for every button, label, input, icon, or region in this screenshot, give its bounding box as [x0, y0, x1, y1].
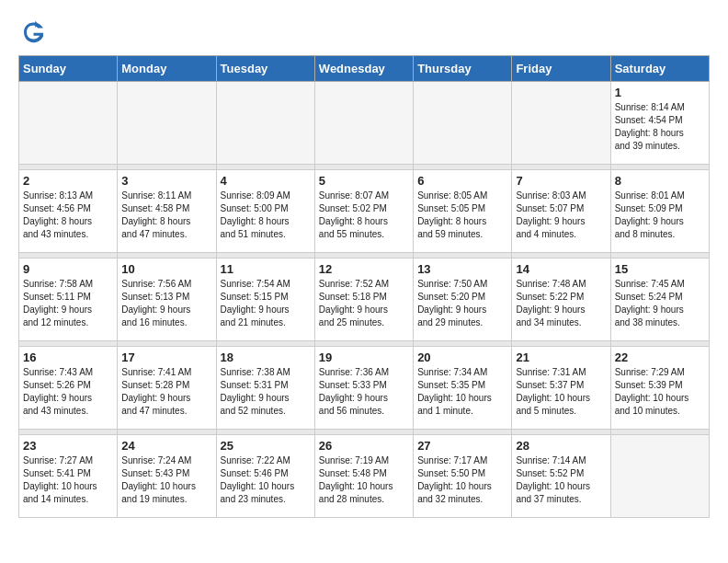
calendar-cell: 21Sunrise: 7:31 AM Sunset: 5:37 PM Dayli… [512, 347, 610, 430]
day-info: Sunrise: 7:36 AM Sunset: 5:33 PM Dayligh… [319, 366, 409, 418]
day-number: 21 [516, 350, 606, 364]
calendar-cell: 16Sunrise: 7:43 AM Sunset: 5:26 PM Dayli… [19, 347, 118, 430]
day-number: 18 [221, 350, 311, 364]
day-info: Sunrise: 7:22 AM Sunset: 5:46 PM Dayligh… [221, 454, 311, 506]
day-number: 19 [319, 350, 409, 364]
day-number: 28 [516, 439, 606, 453]
day-header: Thursday [414, 56, 512, 82]
day-info: Sunrise: 8:01 AM Sunset: 5:09 PM Dayligh… [615, 190, 705, 241]
calendar-cell: 2Sunrise: 8:13 AM Sunset: 4:56 PM Daylig… [19, 170, 118, 253]
day-info: Sunrise: 8:13 AM Sunset: 4:56 PM Dayligh… [23, 190, 113, 241]
day-number: 11 [221, 262, 311, 276]
day-number: 4 [221, 174, 311, 188]
calendar-cell: 1Sunrise: 8:14 AM Sunset: 4:54 PM Daylig… [610, 82, 709, 165]
day-info: Sunrise: 7:41 AM Sunset: 5:28 PM Dayligh… [121, 366, 211, 418]
calendar-cell: 3Sunrise: 8:11 AM Sunset: 4:58 PM Daylig… [118, 170, 216, 253]
day-info: Sunrise: 7:50 AM Sunset: 5:20 PM Dayligh… [417, 278, 507, 329]
day-info: Sunrise: 8:05 AM Sunset: 5:05 PM Dayligh… [417, 190, 507, 241]
calendar-cell: 28Sunrise: 7:14 AM Sunset: 5:52 PM Dayli… [512, 435, 610, 518]
day-info: Sunrise: 7:34 AM Sunset: 5:35 PM Dayligh… [417, 366, 507, 418]
calendar-cell: 26Sunrise: 7:19 AM Sunset: 5:48 PM Dayli… [314, 435, 413, 518]
day-number: 7 [516, 174, 606, 188]
day-number: 9 [23, 262, 113, 276]
calendar: SundayMondayTuesdayWednesdayThursdayFrid… [18, 55, 710, 518]
calendar-cell: 23Sunrise: 7:27 AM Sunset: 5:41 PM Dayli… [19, 435, 118, 518]
calendar-cell: 12Sunrise: 7:52 AM Sunset: 5:18 PM Dayli… [314, 259, 413, 341]
day-info: Sunrise: 7:56 AM Sunset: 5:13 PM Dayligh… [121, 278, 211, 329]
day-info: Sunrise: 7:14 AM Sunset: 5:52 PM Dayligh… [516, 454, 606, 506]
day-number: 17 [121, 350, 211, 364]
day-header: Monday [118, 56, 216, 82]
calendar-cell: 20Sunrise: 7:34 AM Sunset: 5:35 PM Dayli… [414, 347, 512, 430]
calendar-header-row: SundayMondayTuesdayWednesdayThursdayFrid… [19, 56, 710, 82]
day-info: Sunrise: 7:43 AM Sunset: 5:26 PM Dayligh… [23, 366, 113, 418]
calendar-cell: 17Sunrise: 7:41 AM Sunset: 5:28 PM Dayli… [118, 347, 216, 430]
day-header: Wednesday [314, 56, 413, 82]
calendar-cell [512, 82, 610, 165]
day-header: Sunday [19, 56, 118, 82]
calendar-cell: 10Sunrise: 7:56 AM Sunset: 5:13 PM Dayli… [118, 259, 216, 341]
calendar-cell: 9Sunrise: 7:58 AM Sunset: 5:11 PM Daylig… [19, 259, 118, 341]
day-number: 26 [319, 439, 409, 453]
day-number: 25 [221, 439, 311, 453]
day-info: Sunrise: 7:17 AM Sunset: 5:50 PM Dayligh… [417, 454, 507, 506]
day-info: Sunrise: 7:19 AM Sunset: 5:48 PM Dayligh… [319, 454, 409, 506]
day-number: 10 [121, 262, 211, 276]
day-number: 27 [417, 439, 507, 453]
day-number: 24 [121, 439, 211, 453]
calendar-week-row: 9Sunrise: 7:58 AM Sunset: 5:11 PM Daylig… [19, 259, 710, 341]
calendar-cell [610, 435, 709, 518]
day-number: 23 [23, 439, 113, 453]
day-number: 20 [417, 350, 507, 364]
calendar-week-row: 2Sunrise: 8:13 AM Sunset: 4:56 PM Daylig… [19, 170, 710, 253]
logo [18, 18, 50, 46]
day-header: Saturday [610, 56, 709, 82]
calendar-cell [118, 82, 216, 165]
calendar-week-row: 1Sunrise: 8:14 AM Sunset: 4:54 PM Daylig… [19, 82, 710, 165]
day-info: Sunrise: 7:45 AM Sunset: 5:24 PM Dayligh… [615, 278, 705, 329]
day-info: Sunrise: 8:11 AM Sunset: 4:58 PM Dayligh… [121, 190, 211, 241]
day-number: 22 [615, 350, 705, 364]
calendar-cell: 27Sunrise: 7:17 AM Sunset: 5:50 PM Dayli… [414, 435, 512, 518]
header [18, 18, 710, 46]
calendar-cell: 15Sunrise: 7:45 AM Sunset: 5:24 PM Dayli… [610, 259, 709, 341]
day-number: 5 [319, 174, 409, 188]
calendar-cell: 25Sunrise: 7:22 AM Sunset: 5:46 PM Dayli… [216, 435, 314, 518]
day-info: Sunrise: 7:58 AM Sunset: 5:11 PM Dayligh… [23, 278, 113, 329]
day-info: Sunrise: 7:27 AM Sunset: 5:41 PM Dayligh… [23, 454, 113, 506]
day-number: 6 [417, 174, 507, 188]
day-info: Sunrise: 7:54 AM Sunset: 5:15 PM Dayligh… [221, 278, 311, 329]
day-number: 14 [516, 262, 606, 276]
calendar-cell: 11Sunrise: 7:54 AM Sunset: 5:15 PM Dayli… [216, 259, 314, 341]
calendar-cell: 7Sunrise: 8:03 AM Sunset: 5:07 PM Daylig… [512, 170, 610, 253]
day-number: 13 [417, 262, 507, 276]
day-number: 8 [615, 174, 705, 188]
day-number: 16 [23, 350, 113, 364]
day-info: Sunrise: 7:29 AM Sunset: 5:39 PM Dayligh… [615, 366, 705, 418]
day-info: Sunrise: 8:07 AM Sunset: 5:02 PM Dayligh… [319, 190, 409, 241]
calendar-cell [216, 82, 314, 165]
day-header: Friday [512, 56, 610, 82]
calendar-cell: 18Sunrise: 7:38 AM Sunset: 5:31 PM Dayli… [216, 347, 314, 430]
calendar-cell: 19Sunrise: 7:36 AM Sunset: 5:33 PM Dayli… [314, 347, 413, 430]
day-info: Sunrise: 7:31 AM Sunset: 5:37 PM Dayligh… [516, 366, 606, 418]
day-info: Sunrise: 7:52 AM Sunset: 5:18 PM Dayligh… [319, 278, 409, 329]
day-number: 2 [23, 174, 113, 188]
calendar-cell: 24Sunrise: 7:24 AM Sunset: 5:43 PM Dayli… [118, 435, 216, 518]
day-info: Sunrise: 7:48 AM Sunset: 5:22 PM Dayligh… [516, 278, 606, 329]
calendar-cell: 6Sunrise: 8:05 AM Sunset: 5:05 PM Daylig… [414, 170, 512, 253]
day-info: Sunrise: 7:24 AM Sunset: 5:43 PM Dayligh… [121, 454, 211, 506]
day-number: 15 [615, 262, 705, 276]
calendar-week-row: 16Sunrise: 7:43 AM Sunset: 5:26 PM Dayli… [19, 347, 710, 430]
day-info: Sunrise: 7:38 AM Sunset: 5:31 PM Dayligh… [221, 366, 311, 418]
calendar-cell [414, 82, 512, 165]
calendar-cell [314, 82, 413, 165]
calendar-cell [19, 82, 118, 165]
day-info: Sunrise: 8:09 AM Sunset: 5:00 PM Dayligh… [221, 190, 311, 241]
calendar-cell: 14Sunrise: 7:48 AM Sunset: 5:22 PM Dayli… [512, 259, 610, 341]
calendar-cell: 13Sunrise: 7:50 AM Sunset: 5:20 PM Dayli… [414, 259, 512, 341]
day-header: Tuesday [216, 56, 314, 82]
day-number: 3 [121, 174, 211, 188]
day-info: Sunrise: 8:14 AM Sunset: 4:54 PM Dayligh… [615, 101, 705, 153]
calendar-cell: 5Sunrise: 8:07 AM Sunset: 5:02 PM Daylig… [314, 170, 413, 253]
